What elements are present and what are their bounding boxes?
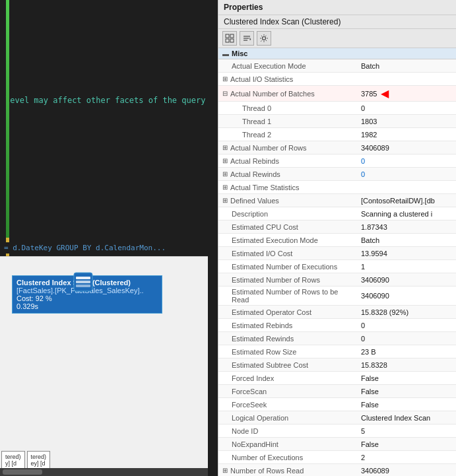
properties-header: Properties: [218, 0, 456, 15]
prop-row-logical-op: Logical Operation Clustered Index Scan: [218, 411, 456, 425]
svg-rect-5: [230, 34, 234, 38]
node-box-cost: Cost: 92 %: [16, 294, 158, 302]
prop-name-num-rows-read: ⊞Number of Rows Read: [218, 464, 357, 476]
query-warning-text: level may affect other facets of the que…: [5, 96, 205, 105]
svg-point-11: [263, 37, 266, 40]
num-rows-read-expand[interactable]: ⊞: [222, 467, 228, 474]
bottom-nodes-area: tered)y] [d tered)ey] [d: [1, 451, 50, 469]
prop-name-est-row-size: Estimated Row Size: [218, 345, 357, 358]
prop-name-thread0: Thread 0: [218, 102, 357, 114]
prop-row-thread1: Thread 1 1803: [218, 115, 456, 128]
prop-name-num-executions: Number of Executions: [218, 451, 357, 463]
prop-name-thread1: Thread 1: [218, 115, 357, 127]
actual-rows-expand[interactable]: ⊞: [222, 144, 228, 151]
prop-row-num-executions: Number of Executions 2: [218, 451, 456, 464]
prop-value-est-cpu: 1.87343: [357, 221, 456, 233]
h-scrollbar-thumb[interactable]: [3, 469, 42, 475]
prop-value-actual-rewinds: 0: [357, 168, 456, 180]
svg-rect-3: [76, 285, 90, 287]
prop-value-actual-batches: 3785 ◀: [357, 86, 456, 101]
misc-section-header[interactable]: ▬ Misc: [218, 48, 456, 59]
green-bar: [6, 0, 9, 238]
svg-rect-7: [230, 39, 234, 42]
prop-row-actual-time: ⊞Actual Time Statistics: [218, 181, 456, 194]
svg-rect-1: [76, 277, 90, 279]
prop-row-est-rows: Estimated Number of Rows 3406090: [218, 273, 456, 287]
prop-name-thread2: Thread 2: [218, 128, 357, 141]
prop-row-est-row-size: Estimated Row Size 23 B: [218, 345, 456, 358]
prop-row-est-subtree-cost: Estimated Subtree Cost 15.8328: [218, 358, 456, 372]
prop-name-est-io: Estimated I/O Cost: [218, 247, 357, 259]
prop-row-est-executions: Estimated Number of Executions 1: [218, 260, 456, 273]
prop-row-est-rows-read: Estimated Number of Rows to be Read 3406…: [218, 287, 456, 306]
prop-value-node-id: 5: [357, 425, 456, 437]
prop-value-est-io: 13.9594: [357, 247, 456, 259]
bottom-node-1: tered)y] [d: [1, 451, 25, 469]
prop-name-defined-values: ⊞Defined Values: [218, 194, 357, 207]
prop-value-est-operator-cost: 15.8328 (92%): [357, 306, 456, 318]
svg-rect-4: [226, 34, 229, 38]
prop-value-num-executions: 2: [357, 451, 456, 463]
prop-row-forcescan: ForceScan False: [218, 385, 456, 398]
prop-value-est-rows-read: 3406090: [357, 287, 456, 305]
sort-icon: [242, 34, 251, 43]
actual-rebinds-expand[interactable]: ⊞: [222, 157, 228, 164]
svg-rect-6: [226, 39, 229, 42]
prop-value-forcescan: False: [357, 385, 456, 397]
misc-expand-icon: ▬: [222, 50, 229, 57]
misc-section-label: Misc: [232, 50, 247, 57]
prop-row-forceseek: ForceSeek False: [218, 398, 456, 411]
prop-name-est-rows-read: Estimated Number of Rows to be Read: [218, 287, 357, 305]
prop-row-actual-io: ⊞Actual I/O Statistics: [218, 73, 456, 86]
prop-value-defined-values: [ContosoRetailDW].[db: [357, 194, 456, 207]
prop-value-est-subtree-cost: 15.8328: [357, 358, 456, 371]
prop-name-forceseek: ForceSeek: [218, 398, 357, 411]
gear-button[interactable]: [257, 31, 271, 46]
h-scrollbar[interactable]: [0, 468, 208, 476]
properties-toolbar: [218, 29, 456, 48]
prop-value-logical-op: Clustered Index Scan: [357, 411, 456, 424]
prop-name-node-id: Node ID: [218, 425, 357, 437]
prop-name-actual-time: ⊞Actual Time Statistics: [218, 181, 357, 193]
prop-row-noexpand: NoExpandHint False: [218, 438, 456, 451]
clustered-index-icon: [73, 271, 94, 292]
prop-row-actual-num-rows: ⊞Actual Number of Rows 3406089: [218, 141, 456, 154]
prop-row-num-rows-read: ⊞Number of Rows Read 3406089: [218, 464, 456, 476]
actual-batches-expand[interactable]: ⊟: [222, 90, 228, 97]
prop-name-est-cpu: Estimated CPU Cost: [218, 221, 357, 233]
prop-value-num-rows-read: 3406089: [357, 464, 456, 476]
prop-name-est-exec-mode: Estimated Execution Mode: [218, 234, 357, 246]
prop-row-est-rewinds: Estimated Rewinds 0: [218, 332, 456, 345]
prop-name-actual-rows: ⊞Actual Number of Rows: [218, 141, 357, 154]
prop-value-noexpand: False: [357, 438, 456, 450]
prop-value-est-row-size: 23 B: [357, 345, 456, 358]
prop-value-est-rebinds: 0: [357, 319, 456, 331]
prop-name-forcescan: ForceScan: [218, 385, 357, 397]
clustered-index-label: Clustered Index Scan (Clustered): [224, 17, 341, 26]
actual-rewinds-expand[interactable]: ⊞: [222, 170, 228, 178]
prop-value-thread1: 1803: [357, 115, 456, 127]
node-box-time: 0.329s: [16, 302, 158, 310]
prop-value-est-executions: 1: [357, 260, 456, 273]
prop-row-actual-rebinds: ⊞Actual Rebinds 0: [218, 154, 456, 168]
prop-row-est-rebinds: Estimated Rebinds 0: [218, 319, 456, 332]
prop-name-est-rewinds: Estimated Rewinds: [218, 332, 357, 345]
prop-name-actual-io: ⊞Actual I/O Statistics: [218, 73, 357, 85]
properties-content[interactable]: ▬ Misc Actual Execution Mode Batch ⊞Actu…: [218, 48, 456, 476]
prop-row-thread0: Thread 0 0: [218, 102, 456, 115]
right-panel: Properties Clustered Index Scan (Cluster…: [218, 0, 456, 476]
prop-row-actual-num-batches: ⊟Actual Number of Batches 3785 ◀: [218, 86, 456, 102]
actual-io-expand[interactable]: ⊞: [222, 75, 228, 83]
defined-values-expand[interactable]: ⊞: [222, 197, 228, 204]
grid-view-button[interactable]: [222, 31, 237, 46]
actual-time-expand[interactable]: ⊞: [222, 184, 228, 191]
bottom-node-2: tered)ey] [d: [27, 451, 51, 469]
prop-name-actual-rebinds: ⊞Actual Rebinds: [218, 154, 357, 167]
sql-line: = d.DateKey GROUP BY d.CalendarMon...: [0, 242, 208, 254]
prop-name-description: Description: [218, 207, 357, 220]
prop-value-actual-exec-mode: Batch: [357, 59, 456, 72]
prop-name-noexpand: NoExpandHint: [218, 438, 357, 450]
prop-row-est-exec-mode: Estimated Execution Mode Batch: [218, 234, 456, 247]
sort-button[interactable]: [240, 31, 254, 46]
exec-plan-area: = d.DateKey GROUP BY d.CalendarMon... Cl…: [0, 256, 208, 476]
